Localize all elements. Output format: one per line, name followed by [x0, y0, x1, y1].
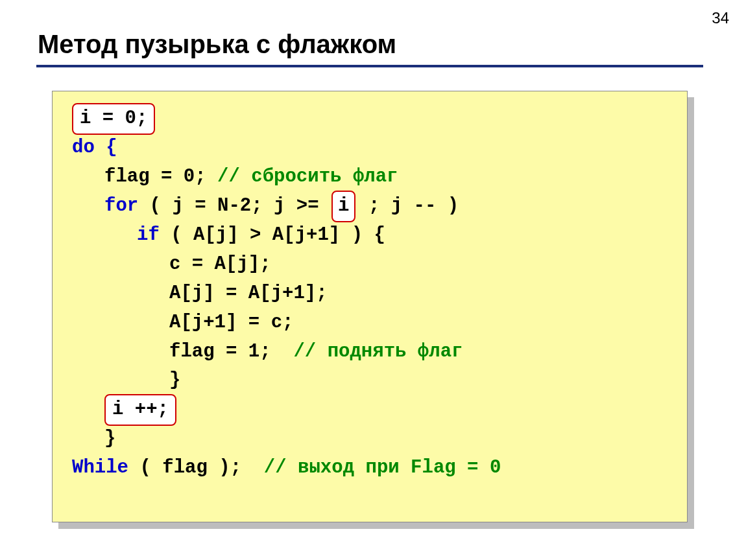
slide-title: Метод пузырька с флажком — [38, 30, 396, 59]
code-line-4: for ( j = N-2; j >= i ; j -- ) — [72, 192, 680, 221]
title-underline — [36, 65, 703, 67]
code-line-2: do { — [72, 134, 680, 163]
code-line-3: flag = 0; // сбросить флаг — [72, 163, 680, 192]
code-line-11: i ++; — [72, 395, 680, 425]
comment: // поднять флаг — [293, 341, 463, 362]
slide: 34 Метод пузырька с флажком i = 0; do { … — [0, 0, 746, 560]
code-line-10: } — [72, 366, 680, 395]
code-line-7: A[j] = A[j+1]; — [72, 279, 680, 309]
highlight-init: i = 0; — [72, 103, 155, 135]
comment: // сбросить флаг — [206, 166, 398, 187]
code-box: i = 0; do { flag = 0; // сбросить флаг f… — [52, 91, 688, 522]
code-line-6: с = A[j]; — [72, 250, 680, 279]
code-line-8: A[j+1] = с; — [72, 309, 680, 338]
text: ( A[j] > A[j+1] ) { — [160, 224, 385, 246]
highlight-i: i — [331, 191, 355, 222]
text: flag = 0; — [104, 166, 206, 187]
code-line-9: flag = 1; // поднять флаг — [72, 338, 680, 367]
kw-for: for — [104, 195, 138, 216]
text: flag = 1; — [169, 341, 293, 362]
kw-if: if — [137, 224, 160, 246]
kw-while: While — [72, 457, 128, 478]
code-line-12: } — [72, 425, 680, 454]
code-line-13: While ( flag ); // выход при Flag = 0 — [72, 454, 680, 483]
page-number: 34 — [712, 9, 729, 27]
code-line-1: i = 0; — [72, 104, 680, 134]
comment: // выход при Flag = 0 — [264, 457, 501, 478]
text: do { — [72, 137, 117, 158]
text: ( j = N-2; j >= — [138, 195, 330, 216]
highlight-inc: i ++; — [104, 394, 176, 426]
text: ; j -- ) — [357, 195, 459, 216]
text: ( flag ); — [128, 457, 264, 478]
code-line-5: if ( A[j] > A[j+1] ) { — [72, 221, 680, 250]
